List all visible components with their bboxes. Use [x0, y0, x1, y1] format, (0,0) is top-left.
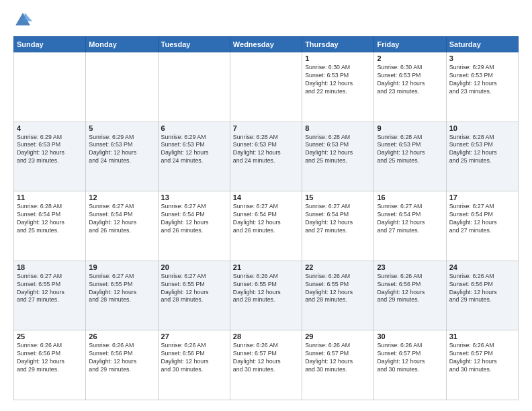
- day-number: 23: [377, 263, 443, 271]
- day-number: 8: [305, 124, 371, 132]
- calendar-week-row: 11Sunrise: 6:28 AM Sunset: 6:54 PM Dayli…: [14, 191, 519, 261]
- calendar-day-cell: 22Sunrise: 6:26 AM Sunset: 6:55 PM Dayli…: [302, 261, 374, 330]
- day-number: 20: [161, 263, 227, 271]
- weekday-header-saturday: Saturday: [446, 37, 518, 52]
- calendar-day-cell: 25Sunrise: 6:26 AM Sunset: 6:56 PM Dayli…: [14, 330, 86, 400]
- day-info: Sunrise: 6:27 AM Sunset: 6:54 PM Dayligh…: [233, 203, 299, 235]
- calendar-day-cell: [158, 52, 230, 122]
- day-info: Sunrise: 6:27 AM Sunset: 6:55 PM Dayligh…: [161, 273, 227, 305]
- day-info: Sunrise: 6:26 AM Sunset: 6:57 PM Dayligh…: [233, 342, 299, 374]
- day-number: 25: [17, 332, 83, 340]
- calendar-week-row: 25Sunrise: 6:26 AM Sunset: 6:56 PM Dayli…: [14, 330, 519, 400]
- calendar-day-cell: [230, 52, 302, 122]
- day-number: 5: [89, 124, 154, 132]
- weekday-header-row: SundayMondayTuesdayWednesdayThursdayFrid…: [14, 37, 519, 52]
- day-number: 28: [233, 332, 299, 340]
- day-number: 3: [449, 54, 515, 62]
- day-info: Sunrise: 6:27 AM Sunset: 6:55 PM Dayligh…: [17, 273, 83, 305]
- day-number: 1: [305, 54, 371, 62]
- calendar-day-cell: 24Sunrise: 6:26 AM Sunset: 6:56 PM Dayli…: [446, 261, 518, 330]
- calendar-day-cell: 4Sunrise: 6:29 AM Sunset: 6:53 PM Daylig…: [14, 122, 86, 191]
- day-info: Sunrise: 6:29 AM Sunset: 6:53 PM Dayligh…: [89, 134, 154, 166]
- calendar-day-cell: 17Sunrise: 6:27 AM Sunset: 6:54 PM Dayli…: [446, 191, 518, 261]
- calendar-day-cell: 28Sunrise: 6:26 AM Sunset: 6:57 PM Dayli…: [230, 330, 302, 400]
- weekday-header-thursday: Thursday: [302, 37, 374, 52]
- day-info: Sunrise: 6:26 AM Sunset: 6:57 PM Dayligh…: [305, 342, 371, 374]
- weekday-header-sunday: Sunday: [14, 37, 86, 52]
- day-info: Sunrise: 6:28 AM Sunset: 6:54 PM Dayligh…: [17, 203, 83, 235]
- day-info: Sunrise: 6:30 AM Sunset: 6:53 PM Dayligh…: [305, 64, 371, 96]
- calendar-day-cell: 5Sunrise: 6:29 AM Sunset: 6:53 PM Daylig…: [86, 122, 158, 191]
- calendar-day-cell: 6Sunrise: 6:29 AM Sunset: 6:53 PM Daylig…: [158, 122, 230, 191]
- calendar-day-cell: 8Sunrise: 6:28 AM Sunset: 6:53 PM Daylig…: [302, 122, 374, 191]
- day-number: 14: [233, 193, 299, 201]
- calendar-day-cell: 26Sunrise: 6:26 AM Sunset: 6:56 PM Dayli…: [86, 330, 158, 400]
- day-info: Sunrise: 6:26 AM Sunset: 6:57 PM Dayligh…: [377, 342, 443, 374]
- calendar-day-cell: [14, 52, 86, 122]
- day-info: Sunrise: 6:29 AM Sunset: 6:53 PM Dayligh…: [449, 64, 515, 96]
- calendar-day-cell: 10Sunrise: 6:28 AM Sunset: 6:53 PM Dayli…: [446, 122, 518, 191]
- calendar-day-cell: 2Sunrise: 6:30 AM Sunset: 6:53 PM Daylig…: [374, 52, 446, 122]
- day-number: 15: [305, 193, 371, 201]
- day-number: 16: [377, 193, 443, 201]
- svg-marker-1: [23, 13, 32, 21]
- calendar-day-cell: 1Sunrise: 6:30 AM Sunset: 6:53 PM Daylig…: [302, 52, 374, 122]
- day-info: Sunrise: 6:29 AM Sunset: 6:53 PM Dayligh…: [17, 134, 83, 166]
- calendar-week-row: 18Sunrise: 6:27 AM Sunset: 6:55 PM Dayli…: [14, 261, 519, 330]
- day-number: 13: [161, 193, 227, 201]
- day-info: Sunrise: 6:26 AM Sunset: 6:56 PM Dayligh…: [161, 342, 227, 374]
- day-info: Sunrise: 6:28 AM Sunset: 6:53 PM Dayligh…: [305, 134, 371, 166]
- calendar-day-cell: 7Sunrise: 6:28 AM Sunset: 6:53 PM Daylig…: [230, 122, 302, 191]
- day-info: Sunrise: 6:28 AM Sunset: 6:53 PM Dayligh…: [449, 134, 515, 166]
- calendar-day-cell: 23Sunrise: 6:26 AM Sunset: 6:56 PM Dayli…: [374, 261, 446, 330]
- day-info: Sunrise: 6:28 AM Sunset: 6:53 PM Dayligh…: [377, 134, 443, 166]
- day-number: 11: [17, 193, 83, 201]
- day-number: 26: [89, 332, 154, 340]
- calendar-day-cell: 16Sunrise: 6:27 AM Sunset: 6:54 PM Dayli…: [374, 191, 446, 261]
- day-number: 17: [449, 193, 515, 201]
- calendar-day-cell: 27Sunrise: 6:26 AM Sunset: 6:56 PM Dayli…: [158, 330, 230, 400]
- logo: [13, 11, 35, 30]
- calendar-table: SundayMondayTuesdayWednesdayThursdayFrid…: [13, 36, 519, 400]
- day-number: 9: [377, 124, 443, 132]
- day-number: 19: [89, 263, 154, 271]
- day-number: 7: [233, 124, 299, 132]
- header: [13, 11, 519, 30]
- day-info: Sunrise: 6:26 AM Sunset: 6:57 PM Dayligh…: [449, 342, 515, 374]
- calendar-day-cell: 29Sunrise: 6:26 AM Sunset: 6:57 PM Dayli…: [302, 330, 374, 400]
- day-info: Sunrise: 6:27 AM Sunset: 6:54 PM Dayligh…: [449, 203, 515, 235]
- calendar-day-cell: 12Sunrise: 6:27 AM Sunset: 6:54 PM Dayli…: [86, 191, 158, 261]
- page: SundayMondayTuesdayWednesdayThursdayFrid…: [0, 0, 532, 411]
- calendar-day-cell: 20Sunrise: 6:27 AM Sunset: 6:55 PM Dayli…: [158, 261, 230, 330]
- calendar-day-cell: 11Sunrise: 6:28 AM Sunset: 6:54 PM Dayli…: [14, 191, 86, 261]
- day-info: Sunrise: 6:26 AM Sunset: 6:56 PM Dayligh…: [89, 342, 154, 374]
- day-info: Sunrise: 6:26 AM Sunset: 6:56 PM Dayligh…: [17, 342, 83, 374]
- day-number: 27: [161, 332, 227, 340]
- day-info: Sunrise: 6:26 AM Sunset: 6:55 PM Dayligh…: [233, 273, 299, 305]
- day-number: 10: [449, 124, 515, 132]
- calendar-day-cell: 31Sunrise: 6:26 AM Sunset: 6:57 PM Dayli…: [446, 330, 518, 400]
- day-info: Sunrise: 6:27 AM Sunset: 6:54 PM Dayligh…: [377, 203, 443, 235]
- calendar-day-cell: 18Sunrise: 6:27 AM Sunset: 6:55 PM Dayli…: [14, 261, 86, 330]
- day-info: Sunrise: 6:28 AM Sunset: 6:53 PM Dayligh…: [233, 134, 299, 166]
- day-info: Sunrise: 6:27 AM Sunset: 6:55 PM Dayligh…: [89, 273, 154, 305]
- calendar-day-cell: 3Sunrise: 6:29 AM Sunset: 6:53 PM Daylig…: [446, 52, 518, 122]
- calendar-day-cell: 13Sunrise: 6:27 AM Sunset: 6:54 PM Dayli…: [158, 191, 230, 261]
- day-number: 4: [17, 124, 83, 132]
- calendar-day-cell: 9Sunrise: 6:28 AM Sunset: 6:53 PM Daylig…: [374, 122, 446, 191]
- calendar-day-cell: 30Sunrise: 6:26 AM Sunset: 6:57 PM Dayli…: [374, 330, 446, 400]
- day-number: 6: [161, 124, 227, 132]
- weekday-header-friday: Friday: [374, 37, 446, 52]
- day-info: Sunrise: 6:26 AM Sunset: 6:56 PM Dayligh…: [449, 273, 515, 305]
- day-number: 31: [449, 332, 515, 340]
- weekday-header-monday: Monday: [86, 37, 158, 52]
- day-info: Sunrise: 6:29 AM Sunset: 6:53 PM Dayligh…: [161, 134, 227, 166]
- logo-icon: [13, 11, 32, 30]
- day-number: 24: [449, 263, 515, 271]
- calendar-week-row: 1Sunrise: 6:30 AM Sunset: 6:53 PM Daylig…: [14, 52, 519, 122]
- calendar-day-cell: [86, 52, 158, 122]
- day-number: 29: [305, 332, 371, 340]
- day-info: Sunrise: 6:27 AM Sunset: 6:54 PM Dayligh…: [161, 203, 227, 235]
- day-info: Sunrise: 6:26 AM Sunset: 6:55 PM Dayligh…: [305, 273, 371, 305]
- weekday-header-tuesday: Tuesday: [158, 37, 230, 52]
